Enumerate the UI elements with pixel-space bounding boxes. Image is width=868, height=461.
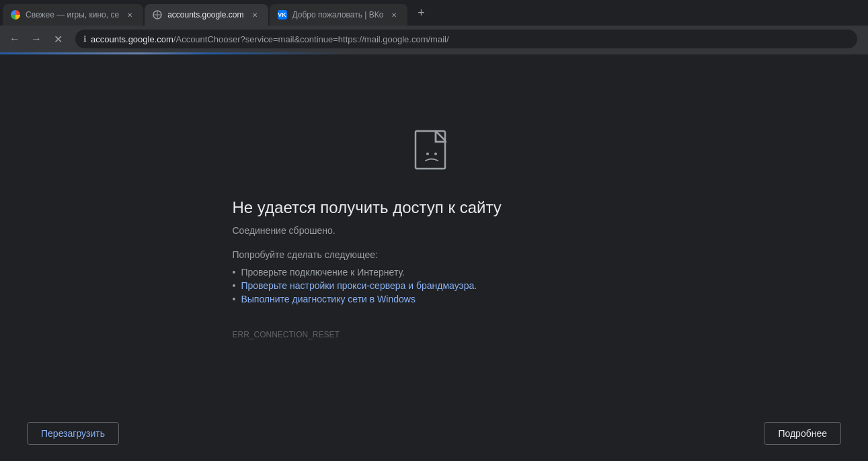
navigation-bar: ← → ✕ ℹ accounts.google.com/AccountChoos…	[0, 26, 868, 52]
page-content: Не удается получить доступ к сайту Соеди…	[0, 54, 868, 461]
suggestion-3-link[interactable]: Выполните диагностику сети в Windows	[241, 294, 415, 304]
back-button[interactable]: ←	[5, 30, 24, 48]
tab2-title: accounts.google.com	[167, 10, 243, 19]
address-bar-text: accounts.google.com/AccountChooser?servi…	[91, 34, 849, 44]
error-container: Не удается получить доступ к сайту Соеди…	[233, 128, 636, 361]
error-try-text: Попробуйте сделать следующее:	[233, 249, 378, 260]
address-bar[interactable]: ℹ accounts.google.com/AccountChooser?ser…	[75, 30, 857, 48]
reload-button[interactable]: Перезагрузить	[27, 422, 119, 445]
tab-bar: Свежее — игры, кино, се ✕ accounts.googl…	[0, 0, 868, 26]
tab3-title: Добро пожаловать | ВКо	[292, 10, 384, 19]
svg-point-5	[434, 153, 437, 155]
suggestion-1: Проверьте подключение к Интернету.	[233, 265, 477, 279]
reload-stop-button[interactable]: ✕	[48, 30, 67, 48]
suggestion-1-text: Проверьте подключение к Интернету.	[241, 267, 405, 278]
tab3-close-icon[interactable]: ✕	[389, 9, 399, 20]
details-button[interactable]: Подробнее	[764, 422, 841, 445]
bottom-buttons: Перезагрузить Подробнее	[0, 422, 868, 445]
suggestion-2: Проверьте настройки прокси-сервера и бра…	[233, 279, 477, 292]
url-path: /AccountChooser?service=mail&continue=ht…	[173, 34, 449, 44]
lock-icon: ℹ	[83, 34, 87, 44]
error-suggestions-list: Проверьте подключение к Интернету. Прове…	[233, 265, 477, 306]
url-domain: accounts.google.com	[91, 34, 173, 44]
svg-point-4	[426, 153, 429, 155]
suggestion-2-link[interactable]: Проверьте настройки прокси-сервера и бра…	[241, 280, 477, 291]
new-tab-button[interactable]: +	[411, 3, 430, 22]
error-icon	[410, 128, 459, 182]
tab3-favicon-icon: VK	[278, 10, 287, 19]
tab2-favicon-icon	[153, 10, 162, 19]
tab1-title: Свежее — игры, кино, се	[26, 10, 119, 19]
error-title: Не удается получить доступ к сайту	[233, 198, 636, 217]
error-code: ERR_CONNECTION_RESET	[233, 330, 340, 339]
tab-google-accounts[interactable]: accounts.google.com ✕	[145, 4, 268, 26]
tab1-close-icon[interactable]: ✕	[124, 9, 135, 20]
tab-vk[interactable]: VK Добро пожаловать | ВКо ✕	[270, 4, 408, 26]
forward-button[interactable]: →	[27, 30, 46, 48]
tab2-close-icon[interactable]: ✕	[249, 9, 260, 20]
error-icon-container	[233, 128, 636, 182]
error-subtitle: Соединение сброшено.	[233, 225, 336, 236]
tab1-favicon-icon	[11, 10, 20, 19]
tab-svejee[interactable]: Свежее — игры, кино, се ✕	[3, 4, 143, 26]
suggestion-3: Выполните диагностику сети в Windows	[233, 292, 477, 306]
